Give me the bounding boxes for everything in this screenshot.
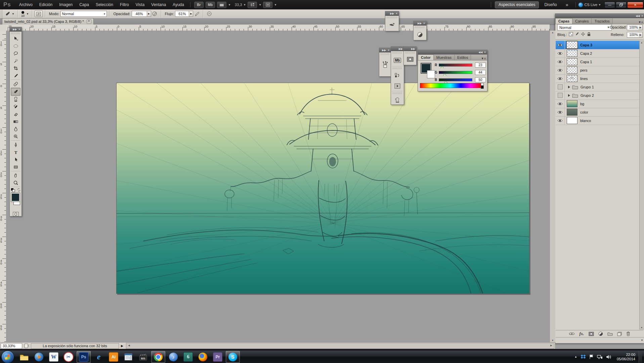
clone-stamp-tool[interactable] xyxy=(11,96,20,103)
default-colors-icon[interactable] xyxy=(11,188,16,193)
chevron-down-icon[interactable]: ▼ xyxy=(243,3,246,6)
dodge-tool[interactable] xyxy=(11,133,20,140)
scroll-left-icon[interactable]: ◀ xyxy=(127,344,131,347)
dock-header[interactable]: ◀◀✕ xyxy=(555,14,644,18)
opacity-input[interactable]: 100% xyxy=(627,25,640,30)
panel-grip[interactable] xyxy=(392,67,402,69)
panel-header[interactable]: ▶▶✕ xyxy=(414,21,426,26)
zoom-percentage-field[interactable]: 33,33% xyxy=(1,343,22,349)
chevron-down-icon[interactable]: ▼ xyxy=(274,3,277,6)
panel-grip[interactable] xyxy=(381,53,389,55)
panel-menu-icon[interactable]: ▼≡ xyxy=(637,21,644,24)
green-slider-thumb[interactable] xyxy=(443,74,446,76)
menu-ayuda[interactable]: Ayuda xyxy=(169,0,187,9)
visibility-toggle[interactable] xyxy=(556,99,565,108)
red-slider[interactable] xyxy=(439,64,472,67)
start-button[interactable] xyxy=(1,351,14,363)
opacity-slider-button[interactable]: ▶ xyxy=(147,11,151,17)
layer-style-icon[interactable]: fx. xyxy=(579,331,584,336)
bridge-button[interactable]: Br xyxy=(194,2,204,8)
taskbar-clock[interactable]: 22:00 05/06/2014 xyxy=(617,353,635,361)
minimize-button[interactable]: — xyxy=(604,2,615,8)
collapse-icon[interactable]: ▶▶ xyxy=(13,28,17,31)
layer-name[interactable]: pers xyxy=(580,68,587,72)
layer-name[interactable]: lines xyxy=(580,77,588,81)
fill-input[interactable]: 100% xyxy=(627,32,640,38)
marquee-tool[interactable] xyxy=(11,42,20,50)
menu-edicion[interactable]: Edición xyxy=(36,0,56,9)
layer-name[interactable]: Capa 1 xyxy=(580,60,592,64)
color-spectrum-ramp[interactable] xyxy=(420,83,481,88)
layer-row-capa2[interactable]: Capa 2 xyxy=(556,49,639,58)
actions-panel-button[interactable] xyxy=(391,81,404,91)
airbrush-toggle-button[interactable] xyxy=(193,10,201,17)
eyedropper-tool[interactable] xyxy=(11,72,20,79)
hand-tool[interactable] xyxy=(11,172,20,179)
masks-panel-button[interactable] xyxy=(404,54,416,64)
taskbar-explorer[interactable] xyxy=(17,351,31,363)
layer-name[interactable]: Capa 3 xyxy=(580,43,592,47)
action-center-flag-icon[interactable] xyxy=(589,354,594,359)
chevron-down-icon[interactable]: ▼ xyxy=(26,12,29,15)
close-icon[interactable]: ✕ xyxy=(395,12,398,15)
layers-scrollbar[interactable]: ▲ ▼ xyxy=(639,41,644,329)
layer-thumbnail[interactable] xyxy=(567,58,577,65)
brushes-panel-button[interactable] xyxy=(385,19,399,31)
layer-thumbnail[interactable] xyxy=(567,67,577,74)
tab-estilos[interactable]: Estilos xyxy=(455,55,471,60)
restore-button[interactable] xyxy=(616,2,627,8)
visibility-toggle[interactable] xyxy=(556,116,565,125)
tab-muestras[interactable]: Muestras xyxy=(434,55,455,60)
lock-pixels-icon[interactable] xyxy=(575,32,579,36)
menu-capa[interactable]: Capa xyxy=(76,0,92,9)
visibility-toggle[interactable] xyxy=(556,66,565,74)
taskbar-photoshop[interactable]: Ps xyxy=(77,351,91,363)
eraser-tool[interactable] xyxy=(11,111,20,118)
scroll-up-icon[interactable]: ▲ xyxy=(551,31,555,34)
layer-thumbnail[interactable] xyxy=(567,75,577,82)
green-slider[interactable] xyxy=(439,71,472,74)
expand-icon[interactable]: ▶▶ xyxy=(418,22,422,25)
chevron-down-icon[interactable]: ▼ xyxy=(228,3,231,6)
clone-source-panel-button[interactable] xyxy=(391,70,404,81)
chevron-down-icon[interactable]: ▼ xyxy=(259,3,261,6)
ruler-origin-box[interactable] xyxy=(0,25,6,31)
panel-header[interactable]: ▶▶✕ xyxy=(385,11,399,16)
scroll-up-icon[interactable]: ▲ xyxy=(640,41,644,44)
group-expand-triangle[interactable] xyxy=(568,94,570,97)
horizontal-ruler[interactable]: 2520151050510152025303540455055606570758… xyxy=(6,25,550,31)
close-button[interactable]: ✕ xyxy=(627,2,643,8)
brush-preset-picker[interactable]: 10 xyxy=(21,10,25,17)
pressure-opacity-icon[interactable] xyxy=(151,10,159,17)
taskbar-illustrator[interactable]: Ai xyxy=(107,351,120,363)
document-tab[interactable]: twisted_reto_02.psd al 33,3% (Capa 3, RG… xyxy=(2,18,94,25)
visibility-toggle[interactable] xyxy=(556,83,565,91)
taskbar-text-editor[interactable] xyxy=(122,351,135,363)
collapse-icon[interactable]: ◀◀ xyxy=(478,51,482,54)
panel-grip[interactable] xyxy=(387,16,397,18)
path-selection-tool[interactable] xyxy=(11,156,20,163)
brush-tool-preset-icon[interactable] xyxy=(4,10,11,17)
new-layer-icon[interactable] xyxy=(617,332,622,336)
layer-thumbnail[interactable] xyxy=(567,109,577,116)
visibility-toggle[interactable] xyxy=(556,91,565,99)
menu-vista[interactable]: Vista xyxy=(132,0,148,9)
delete-layer-icon[interactable] xyxy=(626,331,630,336)
layer-thumbnail[interactable] xyxy=(567,117,577,124)
layer-row-bg[interactable]: bg xyxy=(556,99,639,108)
resize-grip-icon[interactable]: ▼ xyxy=(641,339,643,342)
close-icon[interactable]: ✕ xyxy=(387,49,390,52)
red-slider-thumb[interactable] xyxy=(440,66,444,69)
adjustment-layer-icon[interactable] xyxy=(598,331,603,336)
flow-slider-button[interactable]: ▶ xyxy=(189,11,193,17)
blue-value-input[interactable]: 50 xyxy=(475,77,486,82)
scroll-down-icon[interactable]: ▼ xyxy=(551,339,555,341)
layer-name[interactable]: bg xyxy=(580,102,584,106)
screen-mode-button[interactable] xyxy=(263,2,272,8)
healing-brush-tool[interactable] xyxy=(11,80,20,88)
taskbar-itunes[interactable]: ♪ xyxy=(167,351,180,363)
tool-presets-button[interactable] xyxy=(379,56,391,73)
guides-layout-button[interactable] xyxy=(217,2,226,8)
menu-seleccion[interactable]: Selección xyxy=(92,0,117,9)
cs-live-button[interactable]: CS Live xyxy=(585,3,598,7)
